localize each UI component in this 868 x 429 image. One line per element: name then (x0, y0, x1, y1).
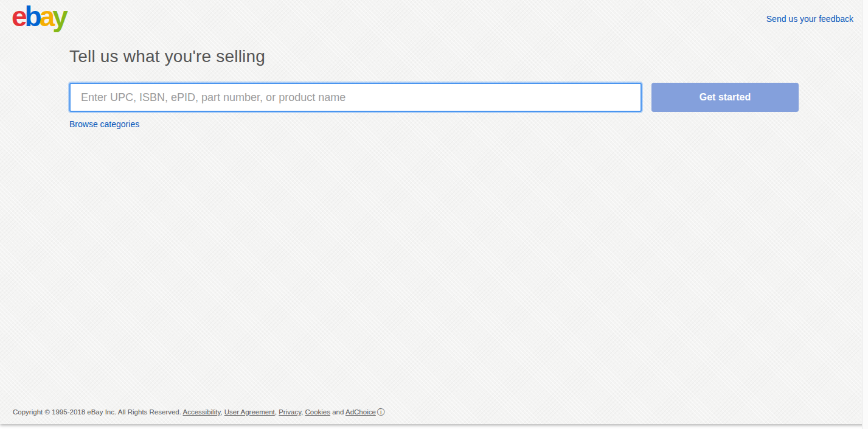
footer: Copyright © 1995-2018 eBay Inc. All Righ… (13, 407, 385, 418)
product-search-input[interactable] (69, 83, 642, 112)
sell-landing-page: ebay Send us your feedback Tell us what … (0, 0, 868, 424)
footer-link-privacy[interactable]: Privacy (279, 408, 301, 416)
footer-link-cookies[interactable]: Cookies (305, 408, 330, 416)
vertical-scrollbar[interactable] (862, 0, 868, 429)
send-feedback-link[interactable]: Send us your feedback (766, 14, 853, 24)
footer-link-accessibility[interactable]: Accessibility (183, 408, 221, 416)
product-search-row: Get started (69, 83, 799, 112)
footer-link-adchoice[interactable]: AdChoice (345, 408, 376, 416)
copyright-text: Copyright © 1995-2018 eBay Inc. All Righ… (13, 408, 181, 416)
logo-letter-3: y (52, 1, 66, 32)
page-title: Tell us what you're selling (69, 47, 265, 66)
footer-link-user-agreement[interactable]: User Agreement (224, 408, 275, 416)
browser-viewport: ebay Send us your feedback Tell us what … (0, 0, 868, 429)
footer-and-text: and (332, 408, 344, 416)
ebay-logo[interactable]: ebay (12, 1, 66, 32)
get-started-button[interactable]: Get started (651, 83, 799, 112)
logo-letter-2: a (40, 1, 53, 32)
logo-letter-0: e (12, 1, 25, 32)
logo-letter-1: b (25, 1, 40, 32)
browse-categories-link[interactable]: Browse categories (69, 119, 139, 129)
adchoice-info-icon[interactable]: ⓘ (377, 407, 385, 418)
